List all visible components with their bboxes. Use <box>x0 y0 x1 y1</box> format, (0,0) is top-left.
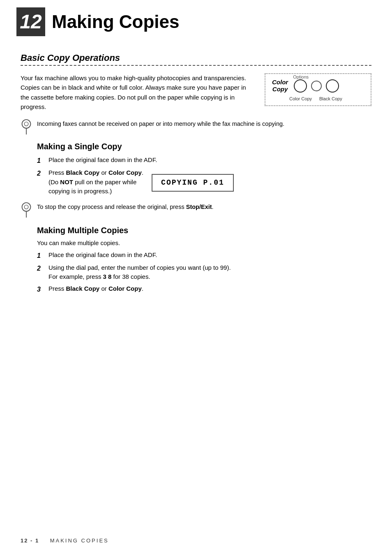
color-copy-label: ColorCopy <box>272 79 288 93</box>
single-copy-steps: 1 Place the original face down in the AD… <box>21 155 371 196</box>
note-1-text: Incoming faxes cannot be received on pap… <box>37 119 284 129</box>
note-icon-1 <box>21 119 32 134</box>
multi-step-3: 3 Press Black Copy or Color Copy. <box>21 284 371 294</box>
section-heading: Basic Copy Operations <box>21 53 371 63</box>
chapter-number-box: 12 <box>16 7 45 36</box>
lcd-display: COPYING P.01 <box>152 174 234 192</box>
multi-step-1: 1 Place the original face down in the AD… <box>21 250 371 261</box>
multiple-copy-heading: Making Multiple Copies <box>21 226 371 235</box>
options-label: Options <box>293 74 309 79</box>
multiple-copy-steps: 1 Place the original face down in the AD… <box>21 250 371 294</box>
step-2-content: Press Black Copy or Color Copy. (Do NOT … <box>48 168 234 196</box>
multi-step-2: 2 Using the dial pad, enter the number o… <box>21 263 371 282</box>
step-num-2: 2 <box>37 168 46 178</box>
step-num-1: 1 <box>37 155 46 166</box>
black-copy-btn-label: Black Copy <box>319 96 342 101</box>
page-title: Making Copies <box>52 12 180 32</box>
note-2: To stop the copy process and release the… <box>21 202 371 218</box>
color-copy-btn-label: Color Copy <box>289 96 312 101</box>
single-copy-heading: Making a Single Copy <box>21 142 371 151</box>
multiple-copy-intro: You can make multiple copies. <box>21 239 371 246</box>
panel-labels-row: Color Copy Black Copy <box>289 96 342 101</box>
button-panel: ColorCopy Options <box>265 73 371 106</box>
step-2-text: Press Black Copy or Color Copy. (Do NOT … <box>48 168 143 196</box>
footer-page-num: 12 - 1 <box>21 537 39 544</box>
note-icon-2 <box>21 202 32 218</box>
single-step-2: 2 Press Black Copy or Color Copy. (Do NO… <box>21 168 371 196</box>
intro-row: Your fax machine allows you to make high… <box>21 73 371 111</box>
svg-point-4 <box>24 205 28 209</box>
main-content: Basic Copy Operations Your fax machine a… <box>0 40 392 313</box>
page-footer: 12 - 1 MAKING COPIES <box>21 537 109 544</box>
buttons-row <box>294 79 339 93</box>
page-header: 12 Making Copies <box>0 0 392 40</box>
single-step-1: 1 Place the original face down in the AD… <box>21 155 371 166</box>
footer-label: MAKING COPIES <box>50 537 109 544</box>
multi-step-1-text: Place the original face down in the ADF. <box>48 250 371 260</box>
multi-step-3-text: Press Black Copy or Color Copy. <box>48 284 371 294</box>
note-2-text: To stop the copy process and release the… <box>37 202 214 212</box>
panel-row1: ColorCopy Options <box>272 79 339 93</box>
multi-step-2-text: Using the dial pad, enter the number of … <box>48 263 371 282</box>
options-circle[interactable] <box>311 81 322 91</box>
svg-point-3 <box>22 202 31 211</box>
chapter-number: 12 <box>20 12 42 32</box>
note-1: Incoming faxes cannot be received on pap… <box>21 119 371 134</box>
panel-inner: ColorCopy Options <box>272 79 364 101</box>
multi-step-num-2: 2 <box>37 263 46 273</box>
step-1-text: Place the original face down in the ADF. <box>48 155 371 165</box>
multi-step-num-1: 1 <box>37 250 46 261</box>
svg-point-1 <box>24 122 28 126</box>
color-copy-circle[interactable] <box>294 79 307 93</box>
intro-text: Your fax machine allows you to make high… <box>21 73 252 111</box>
black-copy-circle[interactable] <box>326 79 339 93</box>
svg-point-0 <box>22 120 31 128</box>
section-divider <box>21 65 371 66</box>
multi-step-num-3: 3 <box>37 284 46 294</box>
